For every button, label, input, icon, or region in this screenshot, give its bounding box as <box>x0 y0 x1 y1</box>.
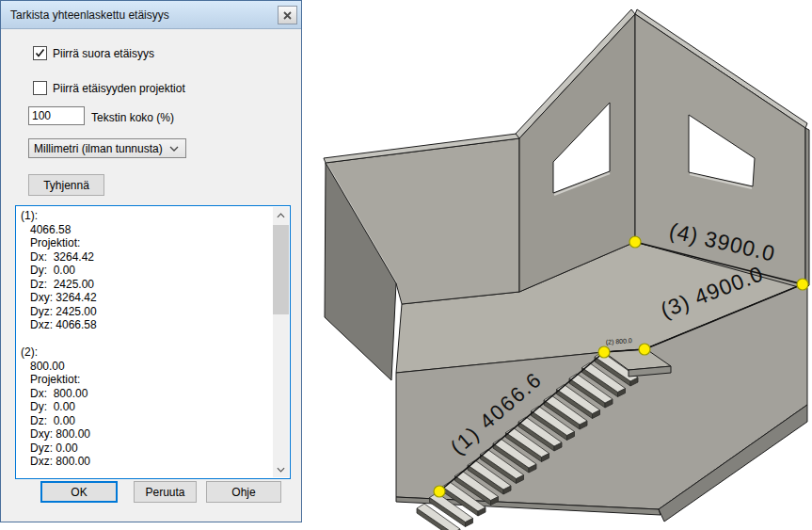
chevron-down-icon <box>169 146 185 152</box>
checkbox-box[interactable] <box>33 46 47 60</box>
cancel-button[interactable]: Peruuta <box>134 481 197 503</box>
ok-button[interactable]: OK <box>40 481 118 503</box>
measure-point-1[interactable] <box>434 486 445 497</box>
unit-dropdown[interactable]: Millimetri (ilman tunnusta) <box>28 138 186 158</box>
chevron-down-icon <box>277 467 285 473</box>
scroll-down-button[interactable] <box>273 461 289 477</box>
scroll-up-button[interactable] <box>273 207 289 223</box>
measure-point-3[interactable] <box>639 344 650 355</box>
text-size-input[interactable] <box>28 106 85 125</box>
measure-point-4[interactable] <box>797 279 808 290</box>
close-button[interactable] <box>278 6 297 24</box>
dialog-title: Tarkista yhteenlaskettu etäisyys <box>1 8 169 22</box>
measurement-log-text: (1): 4066.58 Projektiot: Dx: 3264.42 Dy:… <box>21 209 271 476</box>
chevron-up-icon <box>277 213 285 218</box>
scrollbar-thumb[interactable] <box>273 225 289 314</box>
help-button-label: Ohje <box>231 486 255 499</box>
clear-button[interactable]: Tyhjennä <box>28 174 104 196</box>
checkbox-draw-distance-projections[interactable]: Piirrä etäisyyden projektiot <box>33 81 185 95</box>
checkbox-label: Piirrä etäisyyden projektiot <box>53 82 185 95</box>
clear-button-label: Tyhjennä <box>43 179 89 192</box>
measure-point-2[interactable] <box>598 346 610 358</box>
measure-dialog: Tarkista yhteenlaskettu etäisyys Piirrä … <box>0 0 302 522</box>
wall-side-edge <box>805 128 809 289</box>
measurement-log[interactable]: (1): 4066.58 Projektiot: Dx: 3264.42 Dy:… <box>15 205 291 479</box>
measure-point-5[interactable] <box>629 236 641 248</box>
ok-button-label: OK <box>71 486 87 499</box>
checkbox-box[interactable] <box>33 81 47 95</box>
help-button[interactable]: Ohje <box>206 481 281 503</box>
log-scrollbar[interactable] <box>273 207 289 477</box>
model-viewport[interactable]: (1) 4066.6 (2) 800.0 (3) 4900.0 (4) 3900… <box>310 0 812 530</box>
checkbox-label: Piirrä suora etäisyys <box>53 47 154 60</box>
text-size-label: Tekstin koko (%) <box>91 111 174 124</box>
app-screenshot: Tarkista yhteenlaskettu etäisyys Piirrä … <box>0 0 812 530</box>
unit-dropdown-value: Millimetri (ilman tunnusta) <box>29 142 169 155</box>
dialog-titlebar[interactable]: Tarkista yhteenlaskettu etäisyys <box>1 1 301 29</box>
checkmark-icon <box>34 47 46 59</box>
close-icon <box>283 11 292 20</box>
checkbox-draw-straight-distance[interactable]: Piirrä suora etäisyys <box>33 46 154 60</box>
cancel-button-label: Peruuta <box>145 486 184 499</box>
